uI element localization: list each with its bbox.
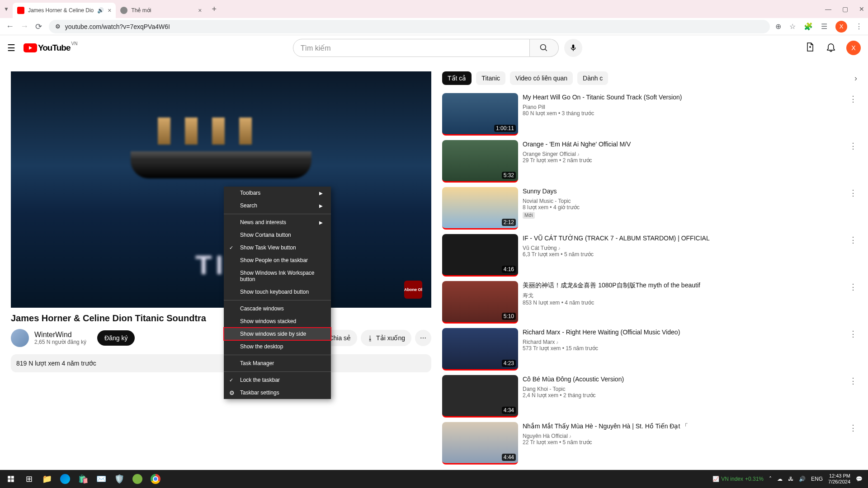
youtube-logo[interactable]: YouTube VN	[24, 43, 70, 53]
notifications-icon[interactable]	[826, 42, 836, 55]
rec-menu-icon[interactable]: ⋮	[849, 376, 857, 386]
chrome-icon[interactable]	[146, 470, 165, 488]
tab-youtube[interactable]: James Horner & Celine Dio 🔊 ×	[13, 3, 116, 18]
hamburger-icon[interactable]: ☰	[7, 42, 15, 53]
context-menu-item[interactable]: Show windows side by side	[224, 328, 331, 340]
channel-watermark[interactable]: Abone Ol	[404, 281, 422, 299]
bookmark-icon[interactable]: ☆	[789, 22, 796, 31]
context-menu-item[interactable]: ✓Lock the taskbar	[224, 374, 331, 386]
recommendation-item[interactable]: 4:16 IF - VŨ CÁT TƯỜNG (TRACK 7 - ALBUM …	[442, 234, 857, 277]
recommendation-item[interactable]: 4:23 Richard Marx - Right Here Waiting (…	[442, 328, 857, 371]
context-menu-item[interactable]: Show Windows Ink Workspace button	[224, 267, 331, 286]
context-menu-item[interactable]: Toolbars▶	[224, 187, 331, 199]
youtube-favicon	[17, 7, 24, 14]
context-menu-item[interactable]: Show touch keyboard button	[224, 286, 331, 298]
context-menu-item[interactable]: ✓Show Task View button	[224, 241, 331, 254]
video-thumbnail: 4:44	[442, 422, 518, 465]
rec-menu-icon[interactable]: ⋮	[849, 423, 857, 433]
channel-avatar[interactable]	[11, 329, 29, 347]
menu-label: Lock the taskbar	[240, 377, 280, 383]
install-app-icon[interactable]: ⊕	[775, 22, 781, 31]
check-icon: ✓	[229, 245, 233, 251]
context-menu-item[interactable]: Show the desktop	[224, 340, 331, 353]
filter-chip[interactable]: Dành c	[577, 71, 608, 85]
recommendation-item[interactable]: 4:34 Cô Bé Mùa Đông (Acoustic Version) D…	[442, 375, 857, 418]
reload-button[interactable]: ⟳	[34, 22, 43, 32]
search-button[interactable]	[530, 39, 559, 57]
mail-icon[interactable]: ✉️	[92, 470, 110, 488]
clock[interactable]: 12:43 PM 7/26/2024	[828, 473, 850, 485]
edge-icon[interactable]	[56, 470, 74, 488]
close-window-button[interactable]: ✕	[859, 5, 864, 13]
audio-icon[interactable]: 🔊	[97, 7, 104, 14]
new-tab-button[interactable]: +	[212, 5, 217, 14]
filter-chip[interactable]: Tất cả	[442, 71, 472, 85]
video-player[interactable]: TIT Abone Ol	[11, 71, 431, 308]
youtube-play-icon	[24, 43, 37, 52]
channel-name[interactable]: WinterWind	[34, 331, 86, 339]
recommendation-item[interactable]: 4:44 Nhắm Mắt Thấy Mùa Hè - Nguyên Hà | …	[442, 422, 857, 465]
show-hidden-icons[interactable]: ˄	[769, 476, 772, 482]
more-actions-button[interactable]: ⋯	[415, 330, 431, 346]
rec-title: Cô Bé Mùa Đông (Acoustic Version)	[523, 375, 846, 384]
context-menu-item[interactable]: Cascade windows	[224, 302, 331, 315]
url-input[interactable]: ⚙ youtube.com/watch?v=7exqPVa4W6I	[49, 20, 770, 33]
rec-menu-icon[interactable]: ⋮	[849, 329, 857, 339]
file-explorer-icon[interactable]: 📁	[38, 470, 56, 488]
browser-menu-icon[interactable]: ⋮	[855, 22, 863, 31]
rec-menu-icon[interactable]: ⋮	[849, 235, 857, 245]
close-icon[interactable]: ×	[198, 7, 202, 14]
coccoc-icon[interactable]	[128, 470, 146, 488]
recommendation-item[interactable]: 1:00:11 My Heart Will Go On - Titanic So…	[442, 93, 857, 136]
tab-dropdown-icon[interactable]: ▼	[4, 6, 9, 12]
context-menu-item[interactable]: ⚙Taskbar settings	[224, 386, 331, 399]
volume-icon[interactable]: 🔊	[799, 476, 806, 482]
menu-label: Show Task View button	[240, 244, 296, 251]
recommendation-item[interactable]: 2:12 Sunny Days Novial Music - Topic 8 l…	[442, 187, 857, 230]
views-date: 819 N lượt xem 4 năm trước	[16, 360, 96, 367]
context-menu-item[interactable]: Show Cortana button	[224, 229, 331, 241]
rec-menu-icon[interactable]: ⋮	[849, 94, 857, 104]
minimize-button[interactable]: —	[825, 5, 831, 13]
task-view-button[interactable]: ⊞	[20, 470, 38, 488]
menu-label: Show People on the taskbar	[240, 257, 308, 263]
subscribe-button[interactable]: Đăng ký	[97, 330, 135, 346]
account-avatar[interactable]: X	[846, 41, 861, 55]
security-icon[interactable]: 🛡️	[110, 470, 128, 488]
language-indicator[interactable]: ENG	[811, 476, 823, 482]
context-menu-item[interactable]: Search▶	[224, 199, 331, 212]
video-description[interactable]: 819 N lượt xem 4 năm trước	[11, 354, 431, 372]
filter-chip[interactable]: Video có liên quan	[510, 71, 573, 85]
create-icon[interactable]	[805, 42, 816, 55]
reading-list-icon[interactable]: ☰	[821, 22, 827, 31]
voice-search-button[interactable]	[564, 39, 582, 57]
network-icon[interactable]: 🖧	[788, 476, 793, 482]
start-button[interactable]	[2, 470, 20, 488]
download-button[interactable]: ⭳Tải xuống	[361, 330, 411, 346]
context-menu-item[interactable]: Show People on the taskbar	[224, 254, 331, 267]
onedrive-icon[interactable]: ☁	[777, 476, 783, 482]
back-button[interactable]: ←	[5, 22, 14, 31]
stock-widget[interactable]: 📈 VN index +0.31%	[712, 476, 764, 482]
recommendation-item[interactable]: 5:10 美丽的神话！成龙&金喜善 1080P自制版The myth of th…	[442, 281, 857, 324]
menu-label: Show Cortana button	[240, 232, 291, 238]
extensions-icon[interactable]: 🧩	[804, 22, 813, 31]
context-menu-item[interactable]: Task Manager	[224, 357, 331, 370]
context-menu-item[interactable]: News and interests▶	[224, 216, 331, 229]
close-icon[interactable]: ×	[108, 7, 111, 14]
context-menu-item[interactable]: Show windows stacked	[224, 315, 331, 328]
rec-menu-icon[interactable]: ⋮	[849, 141, 857, 151]
browser-profile[interactable]: X	[835, 21, 847, 33]
rec-menu-icon[interactable]: ⋮	[849, 188, 857, 198]
tab-newtab[interactable]: Thẻ mới ×	[116, 3, 206, 18]
maximize-button[interactable]: ▢	[842, 5, 848, 13]
action-center-icon[interactable]: 💬	[856, 476, 863, 482]
rec-menu-icon[interactable]: ⋮	[849, 282, 857, 292]
forward-button[interactable]: →	[20, 22, 29, 31]
recommendation-item[interactable]: 5:32 Orange - 'Em Hát Ai Nghe' Official …	[442, 140, 857, 183]
search-input[interactable]: Tìm kiếm	[293, 39, 530, 57]
store-icon[interactable]: 🛍️	[74, 470, 92, 488]
chips-next-icon[interactable]: ›	[854, 74, 857, 83]
filter-chip[interactable]: Titanic	[476, 71, 505, 85]
site-info-icon[interactable]: ⚙	[55, 23, 61, 30]
